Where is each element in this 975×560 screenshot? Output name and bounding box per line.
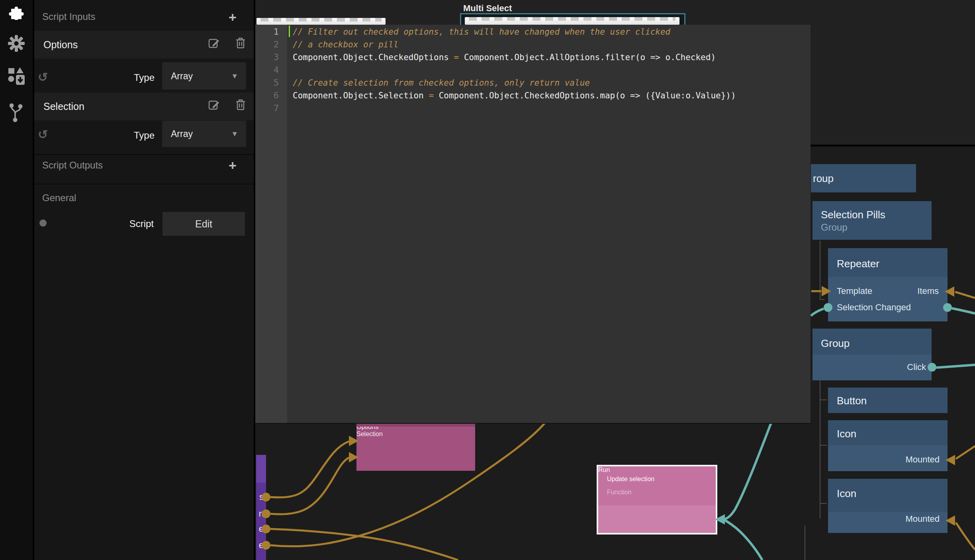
node-group-partial[interactable]: roup — [811, 164, 916, 192]
dropdown-value: Array — [171, 129, 193, 139]
type-dropdown-selection[interactable]: Array ▼ — [162, 121, 246, 147]
node-icon-2[interactable]: Icon Mounted — [828, 479, 948, 533]
preview-title: Multi Select — [463, 3, 512, 14]
line-number: 6 — [259, 89, 279, 102]
port-mounted[interactable]: Mounted — [905, 514, 940, 524]
object-node-header — [256, 455, 266, 483]
code-line: // a checkbox or pill — [293, 38, 399, 51]
puzzle-icon[interactable] — [0, 4, 33, 20]
property-row-selection[interactable]: Selection — [34, 92, 254, 120]
line-number: 5 — [259, 76, 279, 89]
revert-icon[interactable]: ↺ — [38, 127, 48, 141]
preview-canvas-separator — [811, 145, 975, 147]
line-number: 3 — [259, 51, 279, 64]
node-button[interactable]: Button — [828, 388, 948, 413]
preview-checkbox-row — [260, 18, 382, 22]
port-fragment[interactable]: s — [259, 492, 264, 502]
code-line: Component.Object.CheckedOptions = Compon… — [293, 51, 716, 64]
property-row-options[interactable]: Options — [34, 31, 254, 59]
section-title-script-inputs: Script Inputs — [42, 11, 95, 22]
port-click[interactable]: Click — [907, 362, 926, 372]
node-icon-1[interactable]: Icon Mounted — [828, 420, 948, 471]
code-line: // Create selection from checked options… — [293, 76, 590, 89]
gear-icon[interactable] — [0, 35, 33, 52]
chevron-down-icon: ▼ — [231, 72, 238, 80]
delete-trash-icon[interactable] — [235, 37, 246, 51]
section-title-general: General — [42, 192, 76, 204]
components-icon[interactable] — [0, 67, 33, 86]
editor-gutter: 1234567 — [255, 25, 287, 423]
edit-script-button[interactable]: Edit — [162, 212, 245, 236]
property-name: Selection — [43, 101, 84, 112]
app-preview-right-strip — [811, 0, 975, 145]
port-mounted[interactable]: Mounted — [905, 454, 940, 465]
code-line: // Filter out checked options, this will… — [293, 25, 670, 38]
port-fragment[interactable]: e — [259, 524, 264, 534]
edit-pencil-icon[interactable] — [208, 37, 220, 51]
left-icon-sidebar — [0, 0, 34, 560]
update-selection-port-band — [598, 505, 716, 533]
line-number: 2 — [259, 38, 279, 51]
line-number: 7 — [259, 102, 279, 115]
node-selection-pills[interactable]: Selection Pills Group — [812, 201, 932, 240]
script-label: Script — [102, 218, 154, 229]
property-name: Options — [43, 39, 78, 51]
chevron-down-icon: ▼ — [231, 130, 238, 138]
repeater-port-band — [828, 277, 948, 321]
properties-panel: Script Inputs + Options ↺ Type Array ▼ S… — [34, 0, 255, 560]
script-editor[interactable]: 1234567 // Filter out checked options, t… — [255, 25, 811, 424]
script-port-dot[interactable] — [39, 219, 47, 227]
editor-caret — [289, 25, 290, 37]
section-divider — [34, 184, 254, 184]
node-update-selection[interactable]: Update selection Function Run — [597, 465, 717, 535]
type-label: Type — [114, 130, 155, 141]
line-number: 4 — [259, 64, 279, 76]
port-items[interactable]: Items — [917, 286, 939, 296]
line-number: 1 — [259, 25, 279, 38]
node-object-partial[interactable]: snee — [256, 455, 266, 560]
node-options-object[interactable]: Options Selection — [356, 423, 475, 471]
port-fragment[interactable]: n — [259, 509, 264, 519]
port-run[interactable]: Run — [598, 466, 716, 474]
code-line: Component.Object.Selection = Component.O… — [293, 89, 736, 102]
port-template[interactable]: Template — [837, 286, 872, 296]
node-repeater[interactable]: Repeater Template Items Selection Change… — [828, 248, 948, 321]
type-label: Type — [114, 72, 155, 83]
port-selection-changed[interactable]: Selection Changed — [837, 302, 911, 313]
revert-icon[interactable]: ↺ — [38, 70, 48, 84]
port-selection[interactable]: Selection — [356, 431, 475, 438]
dropdown-value: Array — [171, 70, 193, 81]
preview-pill-bar — [465, 17, 679, 25]
preview-checkbox-row — [469, 17, 675, 21]
branch-icon[interactable] — [0, 102, 33, 122]
node-group[interactable]: Group Click — [812, 329, 932, 380]
port-fragment[interactable]: e — [259, 540, 264, 550]
type-dropdown-options[interactable]: Array ▼ — [162, 62, 246, 90]
preview-input-bar — [256, 18, 386, 25]
section-title-script-outputs: Script Outputs — [42, 160, 103, 171]
add-input-button[interactable]: + — [229, 11, 237, 23]
add-output-button[interactable]: + — [229, 159, 237, 171]
section-divider — [34, 154, 254, 155]
app-window: Multi Select roup Selection Pills Group … — [0, 0, 975, 560]
options-node-header — [356, 423, 475, 427]
edit-pencil-icon[interactable] — [208, 99, 220, 112]
delete-trash-icon[interactable] — [235, 99, 246, 112]
